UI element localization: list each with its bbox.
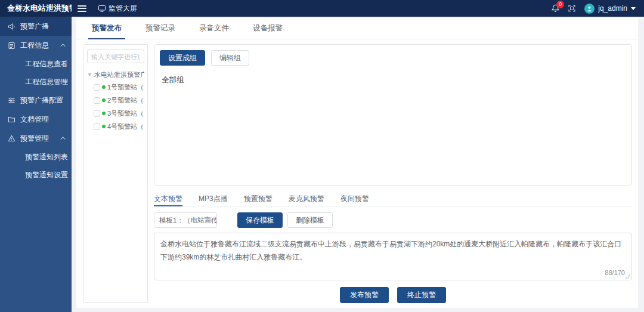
online-status-dot <box>102 85 106 89</box>
warning-manage-icon <box>8 135 16 143</box>
main-tab-bar: 预警发布 预警记录 录音文件 设备报警 <box>76 18 638 39</box>
chevron-down-icon: ▼ <box>208 218 213 224</box>
sidebar-item-project-info[interactable]: 工程信息 <box>0 36 72 55</box>
sidebar-item-label: 工程信息查看 <box>25 59 68 69</box>
monitor-screen-link[interactable]: 监管大屏 <box>98 4 137 14</box>
online-status-dot <box>102 112 106 115</box>
edit-group-button[interactable]: 编辑组 <box>211 50 249 66</box>
sidebar-item-label: 工程信息管理 <box>25 77 68 87</box>
online-status-dot <box>102 98 106 102</box>
online-status-dot <box>102 125 106 128</box>
sidebar-item-warning-manage[interactable]: 预警管理 <box>0 129 72 148</box>
tree-filter-input[interactable] <box>87 50 144 63</box>
warning-message-textarea[interactable]: 金桥水电站位于雅鲁藏布江流域二级支流易贡藏布中上游段，易贡藏布于易贡湖下游约20… <box>154 233 632 280</box>
station-tree-panel: ▼ 水电站泄洪预警广播系... 1号预警站（规 <box>83 44 148 303</box>
sidebar-item-project-info-view[interactable]: 工程信息查看 <box>0 55 72 73</box>
char-counter: 88/170 <box>602 269 625 276</box>
notification-badge: 0 <box>556 1 564 8</box>
top-header: 金桥水电站泄洪预警... 监管大屏 0 jq_admin <box>0 0 644 17</box>
publish-warning-button[interactable]: 发布预警 <box>340 287 389 303</box>
stop-warning-button[interactable]: 终止预警 <box>397 287 446 303</box>
broadcast-icon <box>8 23 16 30</box>
sidebar-item-label: 工程信息 <box>20 41 49 51</box>
tree-root-label: 水电站泄洪预警广播系... <box>94 70 144 79</box>
sidebar-item-warning-broadcast[interactable]: 预警广播 <box>0 17 72 36</box>
tab-night-warning[interactable]: 夜间预警 <box>340 191 369 206</box>
sidebar-item-label: 预警通知列表 <box>25 152 68 162</box>
sidebar-item-label: 预警广播配置 <box>20 95 63 106</box>
resize-handle[interactable] <box>626 274 630 279</box>
tree-station-4[interactable]: 4号预警站（大坝 <box>87 120 144 133</box>
station-checkbox[interactable] <box>94 123 100 130</box>
fullscreen-icon[interactable] <box>568 5 575 12</box>
hamburger-menu-icon[interactable] <box>78 4 86 13</box>
warning-tab-bar: 文本预警 MP3点播 预置预警 麦克风预警 夜间预警 <box>154 191 632 206</box>
screen-link-label: 监管大屏 <box>109 4 137 14</box>
config-icon <box>8 97 16 104</box>
folder-icon <box>8 116 16 123</box>
notification-bell[interactable]: 0 <box>552 4 559 13</box>
tree-root-node[interactable]: ▼ 水电站泄洪预警广播系... <box>87 69 144 81</box>
tree-station-1[interactable]: 1号预警站（规 <box>87 81 144 94</box>
sidebar: 预警广播 工程信息 工程信息查看 工程信息管理 预警广播配置 <box>0 17 72 312</box>
tab-warning-publish[interactable]: 预警发布 <box>92 18 122 39</box>
station-tree: ▼ 水电站泄洪预警广播系... 1号预警站（规 <box>87 69 144 133</box>
sidebar-item-label: 预警通知设置 <box>25 170 68 180</box>
screen-icon <box>98 5 106 12</box>
right-panel: 设置成组 编辑组 全部组 文本预警 MP3点播 预置预警 麦克风预警 <box>154 44 632 303</box>
chevron-up-icon <box>60 44 65 48</box>
project-info-icon <box>8 42 16 50</box>
station-checkbox[interactable] <box>94 97 100 104</box>
sidebar-item-label: 预警广播 <box>20 21 49 32</box>
delete-template-button[interactable]: 删除模板 <box>287 212 333 228</box>
set-group-button[interactable]: 设置成组 <box>160 50 205 66</box>
tab-device-alarms[interactable]: 设备报警 <box>253 18 283 39</box>
sidebar-item-label: 预警管理 <box>20 134 49 144</box>
warning-section: 文本预警 MP3点播 预置预警 麦克风预警 夜间预警 模板1：（电站宣传） ▼ <box>154 191 632 303</box>
tab-mp3-play[interactable]: MP3点播 <box>199 191 228 206</box>
template-select[interactable]: 模板1：（电站宣传） ▼ <box>154 212 217 228</box>
tab-mic-warning[interactable]: 麦克风预警 <box>289 191 324 206</box>
tree-station-3[interactable]: 3号预警站（尾水 <box>87 107 144 120</box>
tree-station-2[interactable]: 2号预警站（枢 <box>87 94 144 107</box>
username: jq_admin <box>598 4 627 13</box>
save-template-button[interactable]: 保存模板 <box>237 212 283 228</box>
sidebar-item-document-manage[interactable]: 文档管理 <box>0 110 72 129</box>
app-title: 金桥水电站泄洪预警... <box>0 3 72 14</box>
station-checkbox[interactable] <box>94 84 100 91</box>
group-box: 设置成组 编辑组 全部组 <box>154 44 632 186</box>
main-area: 预警发布 预警记录 录音文件 设备报警 ▼ 水电站泄洪预警广播系... <box>72 17 644 312</box>
tab-audio-files[interactable]: 录音文件 <box>199 18 229 39</box>
sidebar-item-warning-notify-settings[interactable]: 预警通知设置 <box>0 166 72 184</box>
all-group-label: 全部组 <box>160 75 626 85</box>
station-checkbox[interactable] <box>94 110 100 117</box>
avatar <box>584 4 595 14</box>
tab-preset-warning[interactable]: 预置预警 <box>244 191 273 206</box>
sidebar-item-project-info-manage[interactable]: 工程信息管理 <box>0 73 72 91</box>
content-card: 预警发布 预警记录 录音文件 设备报警 ▼ 水电站泄洪预警广播系... <box>76 18 638 308</box>
tab-text-warning[interactable]: 文本预警 <box>154 191 182 206</box>
user-menu[interactable]: jq_admin <box>584 4 636 14</box>
tab-warning-records[interactable]: 预警记录 <box>145 18 175 39</box>
chevron-up-icon <box>60 137 65 141</box>
sidebar-item-label: 文档管理 <box>20 115 49 125</box>
sidebar-item-broadcast-config[interactable]: 预警广播配置 <box>0 91 72 110</box>
app-window: 金桥水电站泄洪预警... 监管大屏 0 jq_admin <box>0 0 644 312</box>
caret-down-icon: ▼ <box>87 72 92 78</box>
chevron-down-icon <box>631 7 636 10</box>
sidebar-item-warning-notify-list[interactable]: 预警通知列表 <box>0 148 72 166</box>
